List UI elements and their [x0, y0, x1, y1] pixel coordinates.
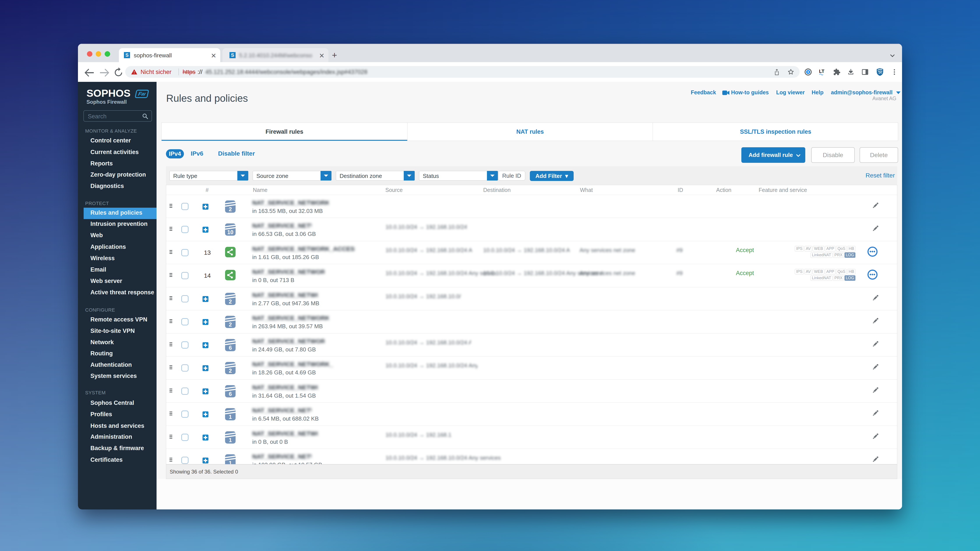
- svg-text:LT: LT: [819, 69, 824, 74]
